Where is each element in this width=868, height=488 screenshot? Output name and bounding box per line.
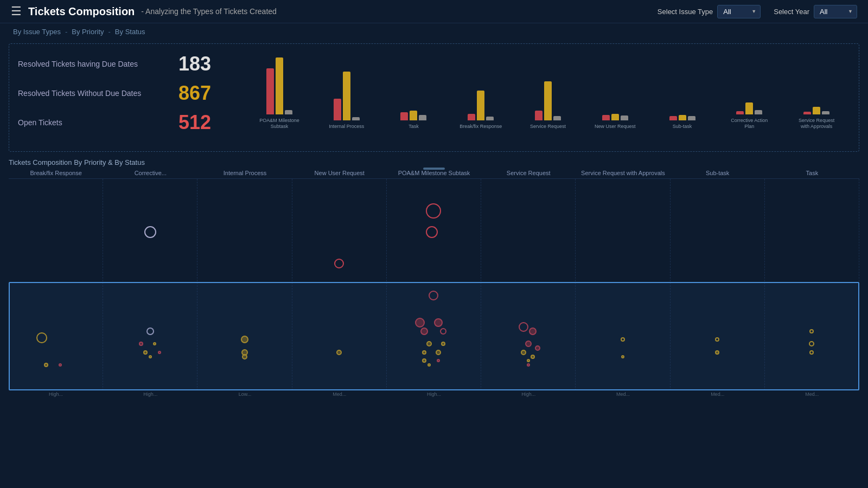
bubble-column — [481, 179, 576, 390]
bar-label: Break/fix Response — [459, 124, 502, 130]
bar-gray — [352, 117, 360, 120]
bubble — [535, 345, 540, 351]
bubble — [527, 363, 530, 367]
tab-status[interactable]: By Status — [113, 27, 148, 37]
bubble-chart-body — [9, 179, 859, 390]
bar-group: New User Request — [582, 61, 649, 130]
kpi-resolved-with-due-label: Resolved Tickets having Due Dates — [18, 60, 170, 68]
bubble — [441, 342, 445, 346]
issue-type-select[interactable]: All — [717, 5, 761, 18]
nav-tabs: By Issue Types - By Priority - By Status — [0, 23, 868, 40]
bubble-column — [765, 179, 859, 390]
kpi-resolved-with-due-value: 183 — [178, 53, 211, 75]
bubble — [59, 363, 62, 367]
bubble — [158, 351, 161, 354]
header-left: ☰ Tickets Composition - Analyzing the Ty… — [11, 4, 277, 18]
bubble-column — [9, 179, 103, 390]
bubble — [36, 332, 47, 343]
bar-label: Corrective Action Plan — [731, 118, 768, 130]
bubble — [434, 318, 443, 327]
bar-yellow — [477, 91, 484, 120]
bar-group: Internal Process — [313, 61, 380, 130]
year-filter: Select Year All — [774, 5, 857, 18]
bar-label: POA&M Milestone Subtask — [259, 118, 299, 130]
bar-gray — [553, 116, 561, 120]
bar-yellow — [745, 102, 753, 114]
bar-group-bars — [602, 61, 628, 120]
bar-yellow — [410, 111, 417, 120]
bar-group: POA&M Milestone Subtask — [246, 55, 313, 130]
bar-red — [334, 99, 341, 120]
bar-label: Task — [409, 124, 419, 130]
kpi-open-tickets: Open Tickets 512 — [18, 111, 246, 134]
bubble — [242, 354, 247, 359]
tab-priority[interactable]: By Priority — [69, 27, 106, 37]
bubble — [621, 337, 625, 342]
bar-gray — [755, 110, 762, 114]
kpi-open-tickets-label: Open Tickets — [18, 118, 170, 127]
axis-label: Med... — [671, 391, 765, 397]
kpi-section: Resolved Tickets having Due Dates 183 Re… — [9, 43, 859, 152]
hamburger-icon[interactable]: ☰ — [11, 4, 22, 18]
axis-label: High... — [387, 391, 481, 397]
bubble-column — [292, 179, 387, 390]
bar-group: Break/fix Response — [447, 61, 514, 130]
scrollbar[interactable] — [423, 168, 445, 170]
kpi-open-tickets-value: 512 — [178, 111, 211, 134]
bubble — [809, 341, 814, 346]
bubble-chart-title: Tickets Composition By Priority & By Sta… — [0, 155, 868, 168]
bar-chart: POA&M Milestone SubtaskInternal ProcessT… — [246, 69, 850, 145]
bar-yellow — [679, 115, 686, 120]
column-header: Break/fix Response — [9, 170, 103, 176]
bubble — [437, 359, 440, 362]
header-filters: Select Issue Type All Select Year All — [658, 5, 857, 18]
bubble — [336, 350, 342, 355]
bar-group-bars — [535, 61, 561, 120]
bar-red — [602, 115, 610, 120]
kpi-metrics: Resolved Tickets having Due Dates 183 Re… — [18, 50, 246, 134]
bubble — [426, 226, 438, 238]
bubble — [429, 291, 438, 300]
bubble — [153, 342, 156, 345]
bar-group: Service Request with Approvals — [783, 55, 850, 130]
bubble — [143, 350, 148, 355]
bubble — [334, 259, 344, 268]
column-header: POA&M Milestone Subtask — [387, 170, 481, 176]
column-header: Task — [765, 170, 859, 176]
bubble — [519, 322, 528, 332]
bubble — [809, 350, 814, 355]
bar-gray — [285, 110, 292, 114]
bubble — [521, 350, 526, 355]
kpi-resolved-with-due: Resolved Tickets having Due Dates 183 — [18, 53, 246, 75]
axis-label: High... — [9, 391, 103, 397]
bar-yellow — [544, 81, 552, 120]
bubble — [422, 358, 426, 363]
bar-gray — [419, 115, 426, 120]
separator-1: - — [65, 28, 67, 36]
bubble-column — [387, 179, 481, 390]
bar-yellow — [813, 107, 820, 114]
issue-type-filter: Select Issue Type All — [658, 5, 761, 18]
bar-group-bars — [736, 55, 762, 114]
year-select[interactable]: All — [814, 5, 857, 18]
axis-label: Med... — [765, 391, 859, 397]
bubble — [809, 329, 814, 333]
bar-group-bars — [803, 55, 829, 114]
column-header: Corrective... — [103, 170, 197, 176]
page-subtitle: - Analyzing the Types of Tickets Created — [141, 7, 277, 16]
bubble — [144, 226, 156, 238]
bubble — [715, 350, 719, 355]
bar-group-bars — [400, 61, 426, 120]
bar-yellow — [611, 114, 619, 120]
bubble — [440, 328, 446, 335]
tab-issue-types[interactable]: By Issue Types — [11, 27, 63, 37]
bar-group: Sub-task — [649, 61, 716, 130]
bubble-chart-container: Break/fix ResponseCorrective...Internal … — [9, 168, 859, 422]
column-header: New User Request — [292, 170, 387, 176]
axis-label: Med... — [292, 391, 387, 397]
bubble — [525, 341, 532, 347]
bubble — [241, 336, 248, 343]
bar-red — [803, 112, 811, 114]
bubble — [527, 359, 530, 362]
bubble — [529, 328, 537, 335]
